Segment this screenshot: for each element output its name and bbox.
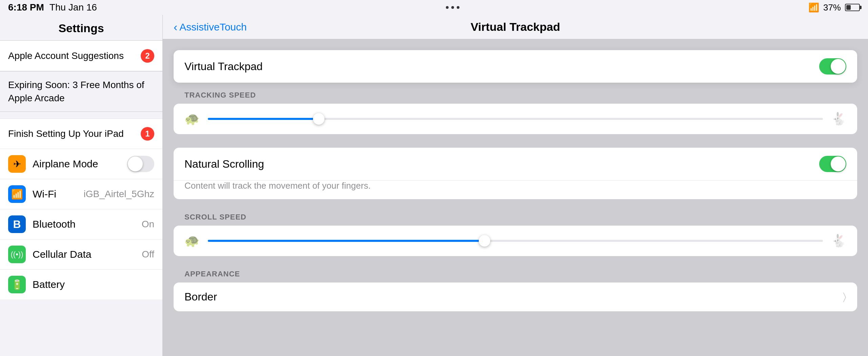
status-bar: 6:18 PM Thu Jan 16 📶 37%: [0, 0, 868, 15]
border-label: Border: [184, 291, 217, 303]
appearance-section-label: APPEARANCE: [174, 270, 857, 278]
wifi-setting-icon: 📶: [8, 185, 26, 203]
apple-account-badge: 2: [141, 49, 154, 63]
virtual-trackpad-card: Virtual Trackpad: [174, 50, 857, 83]
wifi-symbol: 📶: [11, 189, 23, 200]
natural-scrolling-label: Natural Scrolling: [184, 158, 264, 170]
border-row[interactable]: Border 〉: [174, 282, 857, 311]
tracking-speed-section-label: TRACKING SPEED: [174, 91, 857, 100]
wifi-label: Wi-Fi: [33, 188, 83, 200]
tracking-speed-card: 🐢 🐇: [174, 104, 857, 134]
bluetooth-value: On: [142, 219, 154, 230]
sidebar-item-expiring[interactable]: Expiring Soon: 3 Free Months of Apple Ar…: [0, 71, 162, 112]
virtual-trackpad-toggle[interactable]: [819, 58, 846, 75]
scroll-speed-thumb[interactable]: [479, 235, 490, 247]
cellular-value: Off: [142, 249, 154, 260]
nav-title: Virtual Trackpad: [471, 20, 560, 34]
status-dot-2: [451, 6, 454, 9]
natural-scrolling-row[interactable]: Natural Scrolling: [174, 148, 857, 181]
sidebar-item-finish-setup[interactable]: Finish Setting Up Your iPad 1: [0, 119, 162, 149]
airplane-mode-knob: [128, 156, 143, 171]
sidebar-title: Settings: [0, 15, 162, 41]
sidebar: Settings Apple Account Suggestions 2 Exp…: [0, 15, 163, 356]
scroll-speed-slider-container: 🐢 🐇: [174, 226, 857, 256]
appearance-section: APPEARANCE Border 〉: [174, 270, 857, 311]
turtle-slow-icon: 🐢: [184, 112, 200, 126]
sidebar-item-apple-account[interactable]: Apple Account Suggestions 2: [0, 41, 162, 71]
virtual-trackpad-knob: [831, 59, 846, 74]
natural-scrolling-card: Natural Scrolling Content will track the…: [174, 148, 857, 199]
scroll-speed-card: 🐢 🐇: [174, 226, 857, 256]
status-left: 6:18 PM Thu Jan 16: [8, 2, 97, 13]
airplane-mode-label: Airplane Mode: [33, 158, 127, 170]
border-chevron-icon: 〉: [843, 291, 846, 303]
battery-percent: 37%: [823, 2, 841, 13]
cellular-symbol: ((•)): [11, 250, 23, 259]
scroll-speed-fill: [208, 240, 485, 242]
cellular-icon: ((•)): [8, 246, 26, 263]
virtual-trackpad-row[interactable]: Virtual Trackpad: [174, 50, 857, 83]
airplane-mode-icon: ✈: [8, 155, 26, 173]
natural-scrolling-desc: Content will track the movement of your …: [174, 181, 857, 199]
airplane-icon-symbol: ✈: [13, 159, 21, 170]
finish-setup-label: Finish Setting Up Your iPad: [8, 128, 141, 139]
cellular-label: Cellular Data: [33, 249, 142, 260]
right-panel: ‹ AssistiveTouch Virtual Trackpad Virtua…: [163, 15, 868, 356]
finish-setup-badge: 1: [141, 127, 154, 141]
expiring-label: Expiring Soon: 3 Free Months of Apple Ar…: [8, 78, 154, 105]
bluetooth-icon: B: [8, 215, 26, 233]
wifi-icon: 📶: [808, 2, 819, 13]
appearance-card: Border 〉: [174, 282, 857, 311]
tracking-speed-thumb[interactable]: [313, 113, 324, 125]
scroll-rabbit-icon: 🐇: [831, 234, 846, 248]
wifi-value: iGB_Airtel_5Ghz: [83, 189, 154, 200]
sidebar-item-cellular[interactable]: ((•)) Cellular Data Off: [0, 239, 162, 270]
scroll-turtle-icon: 🐢: [184, 234, 200, 248]
scroll-speed-track[interactable]: [208, 240, 823, 242]
status-dot-3: [457, 6, 459, 9]
main-container: Settings Apple Account Suggestions 2 Exp…: [0, 15, 868, 356]
natural-scrolling-toggle[interactable]: [819, 156, 846, 172]
sidebar-item-battery[interactable]: 🔋 Battery: [0, 270, 162, 299]
nav-bar: ‹ AssistiveTouch Virtual Trackpad: [163, 15, 868, 39]
back-chevron-icon: ‹: [174, 20, 177, 34]
rabbit-fast-icon: 🐇: [831, 112, 846, 126]
virtual-trackpad-label: Virtual Trackpad: [184, 60, 263, 73]
sidebar-item-wifi[interactable]: 📶 Wi-Fi iGB_Airtel_5Ghz: [0, 179, 162, 209]
tracking-speed-slider-container: 🐢 🐇: [174, 104, 857, 134]
status-dot-1: [446, 6, 449, 9]
bluetooth-label: Bluetooth: [33, 218, 142, 230]
apple-account-label: Apple Account Suggestions: [8, 50, 141, 61]
back-label: AssistiveTouch: [179, 21, 246, 33]
battery-fill: [846, 5, 851, 10]
bluetooth-symbol: B: [13, 218, 21, 231]
status-date: Thu Jan 16: [50, 2, 97, 13]
sidebar-item-bluetooth[interactable]: B Bluetooth On: [0, 209, 162, 239]
scroll-speed-section-label: SCROLL SPEED: [174, 213, 857, 222]
battery-setting-symbol: 🔋: [11, 279, 23, 290]
airplane-mode-toggle[interactable]: [127, 156, 154, 172]
content-inner: Virtual Trackpad TRACKING SPEED 🐢: [174, 50, 857, 311]
status-time: 6:18 PM: [8, 2, 44, 13]
battery-icon: [845, 4, 860, 11]
sidebar-item-airplane-mode[interactable]: ✈ Airplane Mode: [0, 149, 162, 179]
status-right: 📶 37%: [808, 2, 860, 13]
battery-setting-icon: 🔋: [8, 276, 26, 293]
natural-scrolling-knob: [831, 156, 846, 171]
content-area: Virtual Trackpad TRACKING SPEED 🐢: [163, 39, 868, 356]
status-center: [446, 6, 459, 9]
tracking-speed-track[interactable]: [208, 118, 823, 120]
tracking-speed-fill: [208, 118, 319, 120]
back-button[interactable]: ‹ AssistiveTouch: [174, 20, 247, 34]
battery-label: Battery: [33, 279, 154, 290]
